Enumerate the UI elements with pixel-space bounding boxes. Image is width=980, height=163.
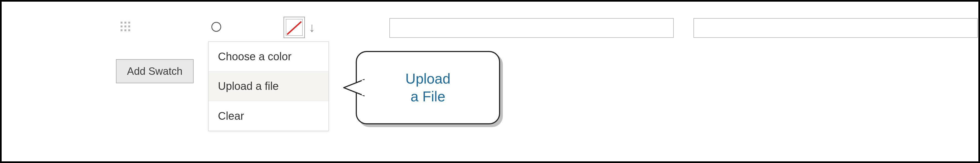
menu-item-upload-file[interactable]: Upload a file [208,72,328,101]
svg-rect-2 [362,80,364,95]
swatch-label-input-2[interactable] [694,18,978,38]
arrow-down-icon: ↓ [309,21,315,34]
drag-handle[interactable] [121,22,130,31]
swatch-config-panel: ↓ Add Swatch Choose a color Upload a fil… [0,0,980,163]
swatch-preview[interactable] [283,17,305,38]
callout-arrow-icon [343,77,364,99]
menu-item-choose-color[interactable]: Choose a color [208,42,328,72]
swatch-label-input-1[interactable] [390,18,674,38]
menu-item-clear[interactable]: Clear [208,101,328,131]
swatch-options-dropdown: Choose a color Upload a file Clear [208,42,329,131]
drag-handle-icon [121,22,130,31]
tooltip-callout: Upload a File [356,51,500,125]
no-swatch-icon [286,19,303,36]
default-swatch-radio[interactable] [212,22,221,32]
tooltip-text: Upload a File [406,70,450,105]
svg-marker-0 [344,80,364,96]
add-swatch-button[interactable]: Add Swatch [116,59,194,83]
